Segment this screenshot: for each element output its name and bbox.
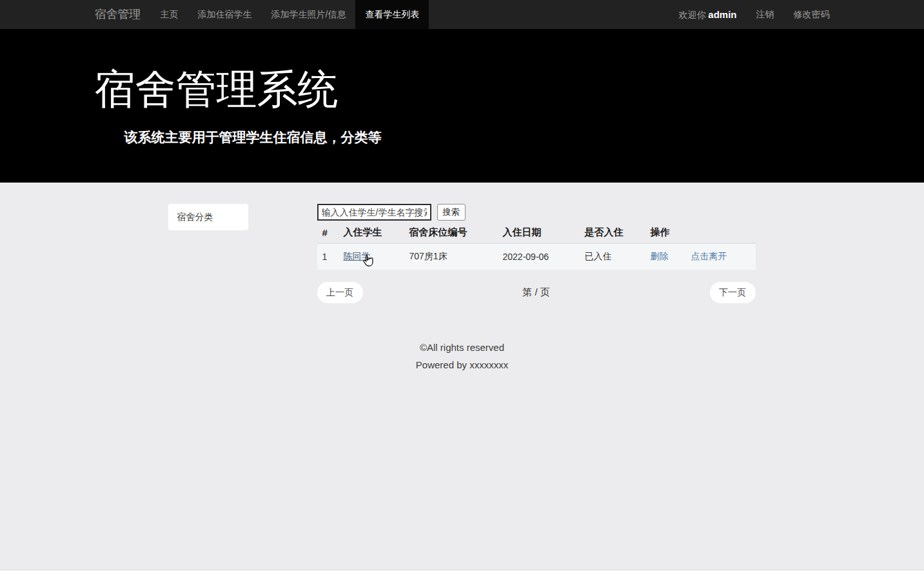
brand-link[interactable]: 宿舍管理 <box>95 0 141 29</box>
search-button[interactable]: 搜索 <box>437 204 466 221</box>
header-checkin-date: 入住日期 <box>498 226 580 239</box>
student-list-panel: 搜索 # 入住学生 宿舍床位编号 入住日期 是否入住 操作 1 陈同学 707房… <box>317 204 756 303</box>
table-row: 1 陈同学 707房1床 2022-09-06 已入住 删除 点击离开 <box>317 244 756 270</box>
copyright-text: ©All rights reserved <box>0 341 924 355</box>
nav-spacer <box>429 0 669 29</box>
header-occupancy-status: 是否入住 <box>580 226 645 239</box>
page-subtitle: 该系统主要用于管理学生住宿信息，分类等 <box>124 128 830 146</box>
dorm-category-label: 宿舍分类 <box>177 212 213 223</box>
nav-item-add-photo-info[interactable]: 添加学生照片/信息 <box>262 0 356 29</box>
page-footer: ©All rights reserved Powered by xxxxxxxx <box>0 341 924 372</box>
content-row: 宿舍分类 搜索 # 入住学生 宿舍床位编号 入住日期 是否入住 操作 1 <box>95 204 830 303</box>
navbar-container: 宿舍管理 主页 添加住宿学生 添加学生照片/信息 查看学生列表 欢迎你 admi… <box>95 0 830 29</box>
top-navbar: 宿舍管理 主页 添加住宿学生 添加学生照片/信息 查看学生列表 欢迎你 admi… <box>0 0 924 29</box>
header-student: 入住学生 <box>339 226 404 239</box>
search-row: 搜索 <box>317 204 756 221</box>
table-header-row: # 入住学生 宿舍床位编号 入住日期 是否入住 操作 <box>317 223 756 244</box>
cell-occupancy-status: 已入住 <box>580 251 645 263</box>
cell-bed-number: 707房1床 <box>404 251 498 263</box>
powered-by-text: Powered by xxxxxxxx <box>0 358 924 372</box>
search-input[interactable] <box>317 204 431 221</box>
page-info: 第 / 页 <box>317 286 756 299</box>
dorm-category-card[interactable]: 宿舍分类 <box>168 204 248 230</box>
change-password-link[interactable]: 修改密码 <box>784 0 830 29</box>
logout-link[interactable]: 注销 <box>747 0 784 29</box>
username: admin <box>708 9 736 20</box>
cell-index: 1 <box>317 252 339 262</box>
delete-link[interactable]: 删除 <box>651 251 669 261</box>
leave-link[interactable]: 点击离开 <box>691 251 727 261</box>
cell-checkin-date: 2022-09-06 <box>498 252 580 262</box>
header-bed-number: 宿舍床位编号 <box>404 226 498 239</box>
nav-item-add-student[interactable]: 添加住宿学生 <box>188 0 262 29</box>
welcome-prefix: 欢迎你 <box>678 10 705 20</box>
pagination: 第 / 页 上一页 下一页 <box>317 282 756 303</box>
welcome-text: 欢迎你 admin <box>669 0 746 29</box>
hero-inner: 宿舍管理系统 该系统主要用于管理学生住宿信息，分类等 <box>95 68 830 146</box>
header-actions: 操作 <box>645 226 686 239</box>
nav-item-home[interactable]: 主页 <box>151 0 188 29</box>
nav-item-view-student-list[interactable]: 查看学生列表 <box>355 0 429 29</box>
student-table: # 入住学生 宿舍床位编号 入住日期 是否入住 操作 1 陈同学 707房1床 … <box>317 223 756 270</box>
student-name-link[interactable]: 陈同学 <box>344 251 371 261</box>
header-index: # <box>317 227 339 238</box>
page-title: 宿舍管理系统 <box>95 68 830 110</box>
hero-banner: 宿舍管理系统 该系统主要用于管理学生住宿信息，分类等 <box>0 29 924 183</box>
main-area: 宿舍分类 搜索 # 入住学生 宿舍床位编号 入住日期 是否入住 操作 1 <box>0 183 924 570</box>
